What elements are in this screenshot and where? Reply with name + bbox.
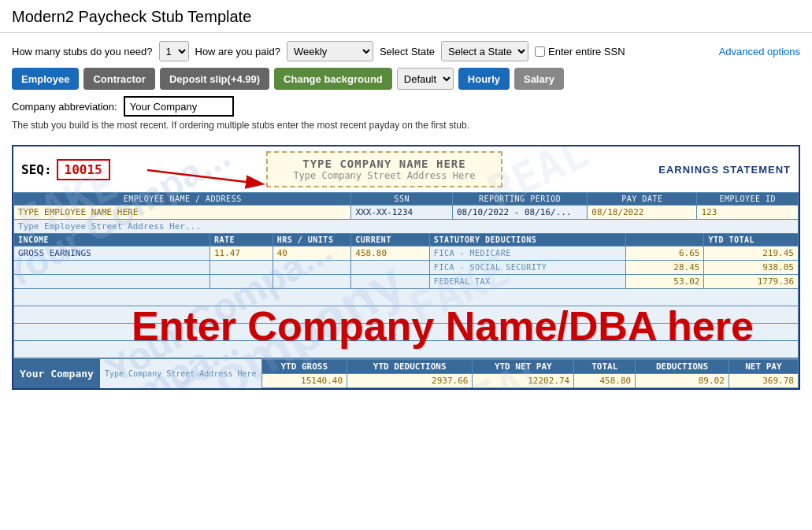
emp-id-value: 123 — [697, 206, 799, 220]
income-header-row: INCOME RATE HRS / UNITS CURRENT STATUTOR… — [14, 234, 799, 246]
employee-name-row: TYPE EMPLOYEE NAME HERE XXX-XX-1234 08/1… — [14, 206, 799, 220]
income-col6 — [625, 234, 704, 246]
gross-label: GROSS EARNINGS — [14, 246, 210, 261]
employee-header-row: EMPLOYEE NAME / ADDRESS SSN REPORTING PE… — [14, 193, 799, 206]
company-name-main: TYPE COMPANY NAME HERE — [284, 158, 485, 170]
deductions-value: 89.02 — [636, 374, 729, 388]
stubs-label: How many stubs do you need? — [12, 46, 153, 57]
income-col4: CURRENT — [351, 234, 430, 246]
footer-ytd: YTD GROSS YTD DEDUCTIONS YTD NET PAY TOT… — [261, 359, 799, 388]
company-addr-placeholder: Type Company Street Address Here — [284, 170, 485, 181]
seq-number: 10015 — [57, 159, 110, 180]
footer-company-name: Your Company — [13, 359, 100, 388]
empty-row-4 — [14, 341, 799, 358]
ssn-value: XXX-XX-1234 — [351, 206, 453, 220]
fed-tax-current: 53.02 — [625, 275, 704, 289]
company-abbrev-input[interactable] — [124, 96, 234, 117]
employee-addr: Type Employee Street Address Her... — [14, 220, 799, 234]
deduction-row-3: Federal Tax 53.02 1779.36 — [14, 275, 799, 289]
controls-row1: How many stubs do you need? 12345 How ar… — [12, 41, 800, 61]
col-employee: EMPLOYEE NAME / ADDRESS — [14, 193, 351, 206]
fica-ss-ytd: 938.05 — [704, 261, 799, 275]
net-pay-value: 369.78 — [729, 374, 798, 388]
fica-ss-label: FICA - Social Security — [429, 261, 625, 275]
employee-addr-row: Type Employee Street Address Her... — [14, 220, 799, 234]
empty-row-3 — [14, 324, 799, 341]
deposit-button[interactable]: Deposit slip(+4.99) — [160, 68, 269, 90]
footer-data-row: 15140.40 2937.66 12202.74 458.80 89.02 3… — [261, 374, 798, 388]
hrs-value: 40 — [273, 246, 351, 261]
gross-row: GROSS EARNINGS 11.47 40 458.80 FICA - Me… — [14, 246, 799, 261]
controls-area: How many stubs do you need? 12345 How ar… — [0, 33, 812, 145]
page-title: Modern2 Paycheck Stub Template — [0, 0, 812, 33]
hint-text: The stub you build is the most recent. I… — [12, 120, 800, 131]
fica-medicare-ytd: 219.45 — [704, 246, 799, 261]
stubs-select[interactable]: 12345 — [159, 41, 189, 61]
ytd-net-pay-value: 12202.74 — [473, 374, 574, 388]
salary-button[interactable]: Salary — [514, 68, 564, 90]
net-pay-label: NET PAY — [729, 360, 798, 374]
col-period: REPORTING PERIOD — [452, 193, 587, 206]
company-abbrev-label: Company abbreviation: — [12, 101, 117, 113]
hourly-button[interactable]: Hourly — [458, 68, 510, 90]
empty-row-1 — [14, 289, 799, 306]
bg-select[interactable]: DefaultBlueGreenRed — [397, 68, 454, 90]
employee-button[interactable]: Employee — [12, 68, 79, 90]
total-label: TOTAL — [574, 360, 636, 374]
fed-tax-ytd: 1779.36 — [704, 275, 799, 289]
seq-label: SEQ: — [21, 162, 52, 177]
company-abbrev-row: Company abbreviation: — [12, 96, 800, 117]
paid-label: How are you paid? — [195, 46, 280, 57]
ytd-gross-value: 15140.40 — [261, 374, 347, 388]
income-col7: YTD TOTAL — [704, 234, 799, 246]
stub-container: Your Compa... Your Compa... Your Compa..… — [12, 145, 800, 390]
fica-medicare-label: FICA - Medicare — [429, 246, 625, 261]
ssn-checkbox[interactable] — [535, 46, 545, 57]
ytd-gross-label: YTD GROSS — [261, 360, 347, 374]
col-ssn: SSN — [351, 193, 453, 206]
deduction-row-2: FICA - Social Security 28.45 938.05 — [14, 261, 799, 275]
ytd-net-pay-label: YTD NET PAY — [473, 360, 574, 374]
empty-row-2 — [14, 306, 799, 324]
footer-company-addr: Type Company Street Address Here — [100, 359, 261, 388]
stub-footer: Your Company Type Company Street Address… — [13, 358, 799, 388]
state-label: Select State — [380, 46, 435, 57]
controls-row2: Employee Contractor Deposit slip(+4.99) … — [12, 68, 800, 90]
income-col3: HRS / UNITS — [273, 234, 351, 246]
fica-medicare-current: 6.65 — [625, 246, 704, 261]
stub-table: EMPLOYEE NAME / ADDRESS SSN REPORTING PE… — [13, 192, 799, 234]
total-value: 458.80 — [574, 374, 636, 388]
col-emp-id: EMPLOYEE ID — [697, 193, 799, 206]
col-pay-date: PAY DATE — [588, 193, 697, 206]
employee-name: TYPE EMPLOYEE NAME HERE — [14, 206, 351, 220]
income-col5: STATUTORY DEDUCTIONS — [429, 234, 625, 246]
earnings-title: EARNINGS STATEMENT — [658, 164, 791, 176]
pay-date-value: 08/18/2022 — [588, 206, 697, 220]
rate-value: 11.47 — [210, 246, 273, 261]
advanced-options-link[interactable]: Advanced options — [719, 46, 800, 57]
current-value: 458.80 — [351, 246, 430, 261]
deductions-label: DEDUCTIONS — [636, 360, 729, 374]
fica-ss-current: 28.45 — [625, 261, 704, 275]
contractor-button[interactable]: Contractor — [83, 68, 154, 90]
footer-header-row: YTD GROSS YTD DEDUCTIONS YTD NET PAY TOT… — [261, 360, 798, 374]
period-value: 08/10/2022 - 08/16/... — [452, 206, 587, 220]
seq-row: SEQ: 10015 TYPE COMPANY NAME HERE Type C… — [13, 146, 799, 192]
income-col2: RATE — [210, 234, 273, 246]
change-bg-button[interactable]: Change background — [274, 68, 392, 90]
paid-select[interactable]: WeeklyBi-WeeklySemi-MonthlyMonthly — [287, 41, 373, 61]
company-name-box[interactable]: TYPE COMPANY NAME HERE Type Company Stre… — [266, 151, 502, 187]
ssn-checkbox-label: Enter entire SSN — [535, 46, 625, 57]
fed-tax-label: Federal Tax — [429, 275, 625, 289]
income-col1: INCOME — [14, 234, 210, 246]
ytd-deductions-label: YTD DEDUCTIONS — [347, 360, 473, 374]
ytd-deductions-value: 2937.66 — [347, 374, 473, 388]
state-select[interactable]: Select a State — [441, 41, 528, 61]
income-table: INCOME RATE HRS / UNITS CURRENT STATUTOR… — [13, 233, 799, 358]
